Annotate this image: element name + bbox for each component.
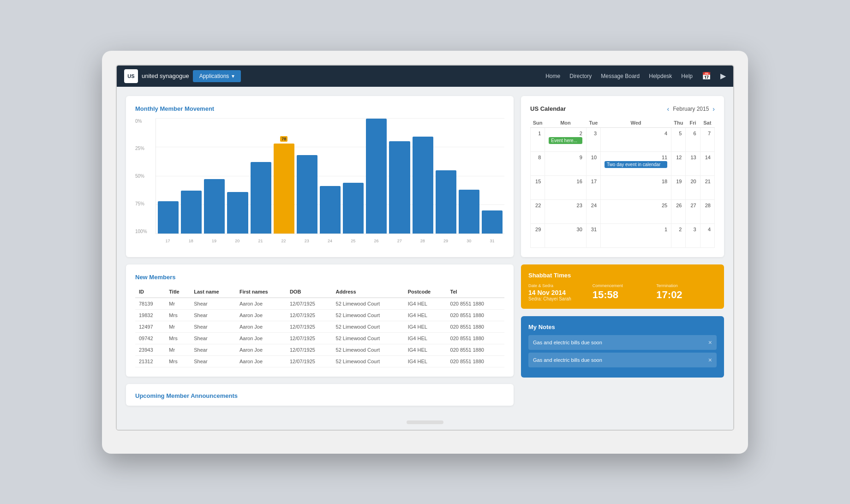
chart-bar bbox=[158, 201, 179, 234]
chart-x-label: 26 bbox=[366, 237, 387, 248]
calendar-day-cell[interactable]: 26 bbox=[671, 199, 686, 223]
y-label-3: 25% bbox=[135, 146, 154, 151]
table-cell-first: Aaron Joe bbox=[236, 355, 286, 367]
termination-label: Termination bbox=[656, 283, 717, 288]
table-cell-first: Aaron Joe bbox=[236, 321, 286, 332]
main-content: Monthly Member Movement 100% 75% 50% 25%… bbox=[117, 87, 733, 415]
table-cell-id: 78139 bbox=[135, 298, 165, 310]
nav-right: Home Directory Message Board Helpdesk He… bbox=[545, 72, 726, 80]
notes-card: My Notes Gas and electric bills due soon… bbox=[521, 316, 724, 378]
calendar-week-row: 22232425262728 bbox=[531, 199, 715, 223]
table-cell-postcode: IG4 HEL bbox=[404, 321, 447, 332]
prev-month-button[interactable]: ‹ bbox=[667, 105, 670, 113]
calendar-day-cell[interactable]: 4 bbox=[700, 223, 714, 247]
table-cell-title: Mrs bbox=[165, 309, 190, 321]
table-cell-title: Mr bbox=[165, 344, 190, 355]
nav-home[interactable]: Home bbox=[545, 73, 560, 79]
calendar-day-cell[interactable]: 6 bbox=[686, 127, 700, 151]
calendar-day-cell[interactable]: 21 bbox=[700, 175, 714, 199]
table-cell-id: 19832 bbox=[135, 309, 165, 321]
calendar-day-cell[interactable]: 3 bbox=[686, 223, 700, 247]
calendar-day-cell[interactable]: 18 bbox=[601, 175, 671, 199]
chart-x-label: 23 bbox=[296, 237, 317, 248]
table-cell-address: 52 Limewood Court bbox=[332, 355, 404, 367]
calendar-day-cell[interactable]: 14 bbox=[700, 151, 714, 175]
chart-bar-group bbox=[297, 119, 317, 234]
calendar-event[interactable]: Event here... bbox=[549, 137, 582, 144]
calendar-day-cell[interactable]: 30 bbox=[545, 223, 587, 247]
calendar-day-cell[interactable]: 2 bbox=[671, 223, 686, 247]
calendar-day-cell[interactable]: 4 bbox=[601, 127, 671, 151]
calendar-day-cell[interactable]: 27 bbox=[686, 199, 700, 223]
cal-sat: Sat bbox=[700, 118, 714, 128]
calendar-day-cell[interactable]: 28 bbox=[700, 199, 714, 223]
calendar-day-cell[interactable]: 3 bbox=[586, 127, 600, 151]
calendar-day-cell[interactable]: 1 bbox=[531, 127, 545, 151]
calendar-day-cell[interactable]: 12 bbox=[671, 151, 686, 175]
chart-bar bbox=[320, 186, 341, 233]
calendar-day-cell[interactable]: 16 bbox=[545, 175, 587, 199]
calendar-event[interactable]: Two day event in calendar bbox=[605, 161, 667, 168]
nav-help[interactable]: Help bbox=[681, 73, 693, 79]
calendar-day-cell[interactable]: 2Event here... bbox=[545, 127, 587, 151]
shabbat-sedra: Sedra: Chayei Sarah bbox=[528, 296, 589, 301]
note-close-button[interactable]: × bbox=[708, 356, 712, 364]
calendar-day-cell[interactable]: 20 bbox=[686, 175, 700, 199]
chart-bar bbox=[413, 137, 433, 233]
logo-text: US bbox=[127, 73, 134, 79]
calendar-day-cell[interactable]: 1 bbox=[601, 223, 671, 247]
nav-directory[interactable]: Directory bbox=[569, 73, 592, 79]
members-card: New Members ID Title Last name First nam… bbox=[126, 264, 514, 377]
table-cell-title: Mr bbox=[165, 298, 190, 310]
calendar-day-cell[interactable]: 9 bbox=[545, 151, 587, 175]
table-cell-dob: 12/07/1925 bbox=[286, 321, 332, 332]
calendar-day-cell[interactable]: 5 bbox=[671, 127, 686, 151]
calendar-day-cell[interactable]: 23 bbox=[545, 199, 587, 223]
table-cell-dob: 12/07/1925 bbox=[286, 298, 332, 310]
calendar-day-cell[interactable]: 15 bbox=[531, 175, 545, 199]
calendar-head: Sun Mon Tue Wed Thu Fri Sat bbox=[531, 118, 715, 128]
y-label-4: 0% bbox=[135, 119, 154, 124]
chart-x-label: 28 bbox=[412, 237, 433, 248]
note-close-button[interactable]: × bbox=[708, 339, 712, 346]
calendar-day-cell[interactable]: 11Two day event in calendar bbox=[601, 151, 671, 175]
calendar-day-cell[interactable]: 17 bbox=[586, 175, 600, 199]
scrollbar[interactable] bbox=[407, 420, 443, 424]
chart-bar-group bbox=[320, 119, 341, 234]
chart-bar bbox=[227, 192, 248, 234]
cal-wed: Wed bbox=[601, 118, 671, 128]
table-cell-postcode: IG4 HEL bbox=[404, 332, 447, 344]
table-cell-title: Mrs bbox=[165, 332, 190, 344]
calendar-day-cell[interactable]: 10 bbox=[586, 151, 600, 175]
calendar-day-cell[interactable]: 7 bbox=[700, 127, 714, 151]
col-dob: DOB bbox=[286, 286, 332, 298]
y-label-1: 75% bbox=[135, 201, 154, 206]
calendar-day-cell[interactable]: 29 bbox=[531, 223, 545, 247]
table-cell-dob: 12/07/1925 bbox=[286, 309, 332, 321]
nav-message-board[interactable]: Message Board bbox=[601, 73, 640, 79]
chart-x-label: 25 bbox=[343, 237, 364, 248]
calendar-day-cell[interactable]: 13 bbox=[686, 151, 700, 175]
calendar-day-cell[interactable]: 31 bbox=[586, 223, 600, 247]
navbar: US united synagogue Applications ▾ Home … bbox=[117, 66, 733, 87]
exit-icon[interactable]: ▶ bbox=[720, 72, 726, 80]
calendar-day-cell[interactable]: 25 bbox=[601, 199, 671, 223]
col-id: ID bbox=[135, 286, 165, 298]
calendar-day-cell[interactable]: 19 bbox=[671, 175, 686, 199]
nav-helpdesk[interactable]: Helpdesk bbox=[649, 73, 672, 79]
laptop-screen: US united synagogue Applications ▾ Home … bbox=[116, 65, 734, 431]
scrollbar-area bbox=[117, 415, 733, 430]
applications-button[interactable]: Applications ▾ bbox=[193, 70, 241, 82]
chart-bar-group bbox=[413, 119, 433, 234]
chart-x-label: 29 bbox=[435, 237, 456, 248]
chart-bar-group: 78 bbox=[274, 119, 294, 234]
members-table-title: New Members bbox=[135, 274, 504, 281]
table-cell-dob: 12/07/1925 bbox=[286, 355, 332, 367]
calendar-icon[interactable]: 📅 bbox=[702, 72, 711, 80]
chart-title: Monthly Member Movement bbox=[135, 105, 504, 112]
members-table-head: ID Title Last name First names DOB Addre… bbox=[135, 286, 504, 298]
next-month-button[interactable]: › bbox=[712, 105, 715, 113]
calendar-day-cell[interactable]: 8 bbox=[531, 151, 545, 175]
calendar-day-cell[interactable]: 24 bbox=[586, 199, 600, 223]
calendar-day-cell[interactable]: 22 bbox=[531, 199, 545, 223]
